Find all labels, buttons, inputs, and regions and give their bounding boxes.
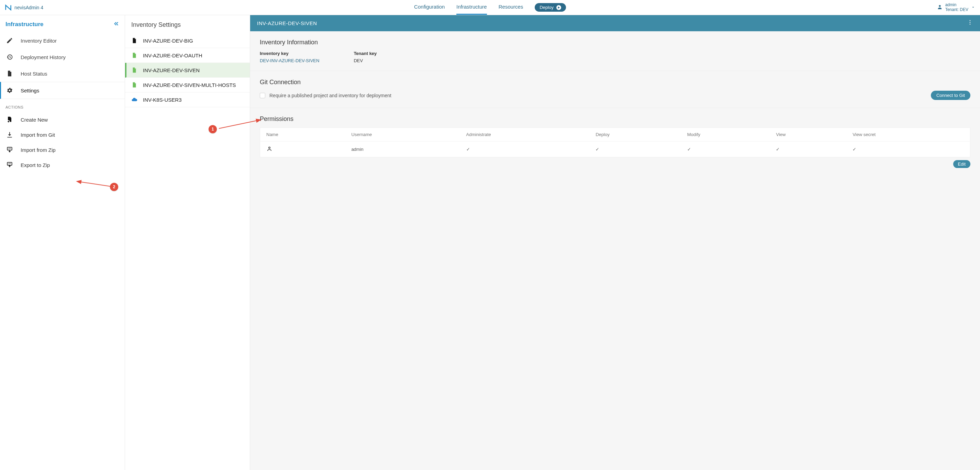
permissions-section: Permissions Name Username Administrate D… — [250, 108, 980, 176]
check-icon: ✓ — [589, 141, 681, 157]
check-icon: ✓ — [681, 141, 770, 157]
cloud-blue-icon — [131, 97, 137, 103]
kebab-menu-icon[interactable] — [967, 19, 973, 27]
sidebar-item-settings[interactable]: Settings — [0, 82, 125, 99]
inventory-item[interactable]: INV-AZURE-DEV-SIVEN-MULTI-HOSTS — [125, 78, 250, 92]
git-connection-section: Git Connection Require a published proje… — [250, 71, 980, 108]
check-icon: ✓ — [846, 141, 970, 157]
inventory-item-label: INV-AZURE-DEV-SIVEN — [143, 67, 200, 73]
svg-text:ZIP: ZIP — [8, 162, 11, 165]
file-icon — [6, 70, 14, 77]
collapse-icon[interactable] — [113, 21, 119, 28]
sidebar-item-label: Inventory Editor — [21, 38, 57, 44]
chevron-down-icon — [971, 5, 975, 10]
file-green-icon — [131, 52, 137, 59]
tenant-key-label: Tenant key — [353, 51, 377, 56]
top-tabs: Configuration Infrastructure Resources D… — [414, 0, 566, 15]
inventory-information-section: Inventory Information Inventory key DEV-… — [250, 31, 980, 71]
action-label: Import from Git — [21, 132, 55, 138]
inventory-item-label: INV-AZURE-DEV-OAUTH — [143, 52, 202, 59]
zip-import-icon: ZIP — [6, 146, 14, 153]
brand-title: nevisAdmin 4 — [14, 5, 43, 10]
sidebar-item-host-status[interactable]: Host Status — [0, 65, 125, 82]
sidebar-title: Infrastructure — [5, 21, 44, 28]
inventory-key-value[interactable]: DEV-INV-AZURE-DEV-SIVEN — [260, 58, 319, 63]
sidebar: Infrastructure Inventory Editor Deployme… — [0, 15, 125, 470]
content-header: INV-AZURE-DEV-SIVEN — [250, 15, 980, 31]
deploy-button[interactable]: Deploy — [535, 3, 566, 12]
action-create-new[interactable]: Create New — [0, 112, 125, 127]
action-label: Import from Zip — [21, 147, 56, 153]
inventory-item[interactable]: INV-K8S-USER3 — [125, 92, 250, 107]
tenant-key-value: DEV — [353, 58, 377, 63]
checkbox-icon — [260, 93, 265, 98]
col-name: Name — [260, 128, 345, 141]
user-menu[interactable]: admin Tenant: DEV — [937, 3, 975, 13]
table-row: admin ✓ ✓ ✓ ✓ ✓ — [260, 141, 970, 157]
pencil-icon — [6, 37, 14, 44]
check-icon: ✓ — [770, 141, 846, 157]
user-name: admin — [945, 3, 968, 8]
sidebar-item-label: Settings — [21, 87, 39, 94]
col-view-secret: View secret — [846, 128, 970, 141]
permissions-table: Name Username Administrate Deploy Modify… — [260, 127, 970, 157]
inventory-item[interactable]: INV-AZURE-DEV-OAUTH — [125, 48, 250, 63]
sidebar-item-label: Host Status — [21, 71, 48, 76]
add-file-icon — [6, 116, 14, 123]
action-label: Export to Zip — [21, 162, 50, 168]
user-tenant: Tenant: DEV — [945, 8, 968, 13]
col-modify: Modify — [681, 128, 770, 141]
svg-point-8 — [970, 20, 971, 21]
tab-configuration[interactable]: Configuration — [414, 0, 445, 15]
col-administrate: Administrate — [460, 128, 590, 141]
inventory-item[interactable]: INV-AZURE-DEV-BIG — [125, 33, 250, 48]
actions-header: ACTIONS — [0, 99, 125, 112]
history-icon — [6, 54, 14, 60]
topbar: nevisAdmin 4 Configuration Infrastructur… — [0, 0, 980, 15]
annotation-arrow-2 — [76, 180, 113, 190]
sidebar-item-inventory-editor[interactable]: Inventory Editor — [0, 32, 125, 49]
inventory-item-label: INV-K8S-USER3 — [143, 97, 182, 103]
file-dark-icon — [131, 37, 137, 44]
svg-point-11 — [269, 147, 270, 149]
col-username: Username — [345, 128, 460, 141]
inventory-item-selected[interactable]: INV-AZURE-DEV-SIVEN — [125, 63, 250, 78]
tab-resources[interactable]: Resources — [499, 0, 523, 15]
content-panel: INV-AZURE-DEV-SIVEN Inventory Informatio… — [250, 15, 980, 470]
edit-button[interactable]: Edit — [953, 160, 970, 168]
col-deploy: Deploy — [589, 128, 681, 141]
user-icon — [937, 4, 943, 11]
file-green-icon — [131, 82, 137, 88]
action-label: Create New — [21, 117, 48, 123]
action-import-from-git[interactable]: Import from Git — [0, 127, 125, 142]
svg-text:ZIP: ZIP — [8, 148, 11, 149]
svg-point-9 — [970, 22, 971, 23]
sidebar-item-label: Deployment History — [21, 54, 66, 60]
deploy-button-label: Deploy — [539, 5, 553, 10]
person-icon — [266, 146, 272, 152]
annotation-badge-1: 1 — [208, 125, 217, 133]
gear-icon — [6, 87, 14, 94]
inventory-settings-title: Inventory Settings — [125, 19, 250, 33]
permissions-title: Permissions — [260, 116, 970, 123]
inventory-settings-panel: Inventory Settings INV-AZURE-DEV-BIG INV… — [125, 15, 250, 470]
git-connection-title: Git Connection — [260, 79, 970, 86]
check-icon: ✓ — [460, 141, 590, 157]
inventory-item-label: INV-AZURE-DEV-BIG — [143, 38, 193, 44]
connect-to-git-button[interactable]: Connect to Git — [931, 91, 970, 100]
checkbox-label: Require a published project and inventor… — [269, 93, 391, 98]
action-export-to-zip[interactable]: ZIP Export to Zip — [0, 157, 125, 173]
action-import-from-zip[interactable]: ZIP Import from Zip — [0, 142, 125, 157]
require-published-checkbox[interactable]: Require a published project and inventor… — [260, 93, 391, 98]
svg-point-0 — [939, 5, 940, 7]
inventory-key-label: Inventory key — [260, 51, 319, 56]
play-icon — [556, 5, 561, 10]
tab-infrastructure[interactable]: Infrastructure — [456, 0, 487, 15]
inventory-information-title: Inventory Information — [260, 39, 970, 46]
download-icon — [6, 131, 14, 138]
sidebar-item-deployment-history[interactable]: Deployment History — [0, 49, 125, 65]
inventory-item-label: INV-AZURE-DEV-SIVEN-MULTI-HOSTS — [143, 82, 236, 88]
zip-export-icon: ZIP — [6, 162, 14, 168]
annotation-badge-2: 2 — [110, 183, 118, 191]
svg-point-10 — [970, 24, 971, 25]
